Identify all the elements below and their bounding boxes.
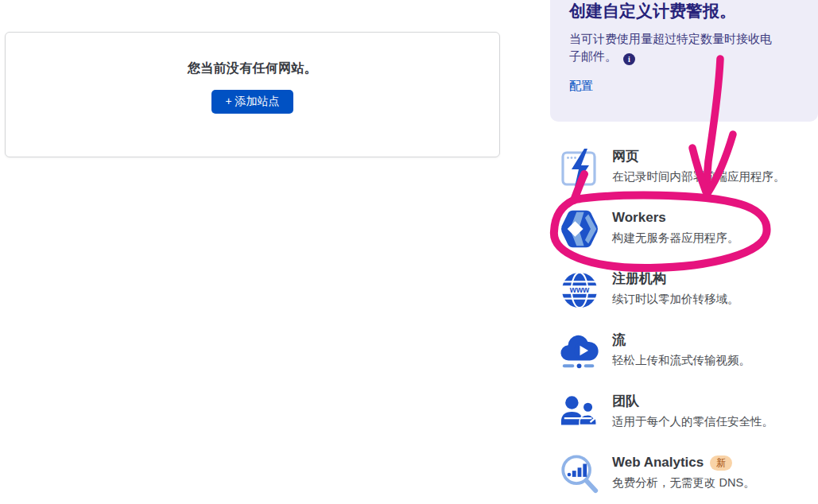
product-item-pages[interactable]: 网页 在记录时间内部署前端应用程序。 — [550, 146, 818, 189]
product-name: 流 — [612, 332, 750, 348]
product-desc: 轻松上传和流式传输视频。 — [612, 353, 750, 368]
product-list: 网页 在记录时间内部署前端应用程序。 Workers 构建无服务器应用程序。 — [550, 146, 818, 504]
product-name: Web Analytics 新 — [612, 455, 755, 471]
product-name: 团队 — [612, 394, 773, 409]
product-item-registrar[interactable]: www 注册机构 续订时以零加价转移域。 — [550, 269, 818, 312]
product-name: 注册机构 — [612, 271, 739, 287]
workers-icon — [558, 207, 601, 250]
product-name: Workers — [612, 210, 739, 226]
product-desc: 续订时以零加价转移域。 — [612, 292, 739, 307]
billing-alert-body: 当可计费使用量超过特定数量时接收电子邮件。i — [569, 30, 777, 65]
product-item-web-analytics[interactable]: Web Analytics 新 免费分析，无需更改 DNS。 — [550, 452, 818, 495]
teams-icon — [558, 391, 601, 434]
billing-alert-title: 创建自定义计费警报。 — [569, 1, 802, 21]
billing-alert-panel: 创建自定义计费警报。 当可计费使用量超过特定数量时接收电子邮件。i 配置 — [550, 0, 818, 122]
product-desc: 免费分析，无需更改 DNS。 — [612, 475, 755, 490]
configure-link[interactable]: 配置 — [569, 79, 593, 94]
registrar-icon: www — [558, 269, 601, 312]
product-item-workers[interactable]: Workers 构建无服务器应用程序。 — [550, 207, 818, 250]
info-icon[interactable]: i — [623, 53, 635, 65]
product-desc: 适用于每个人的零信任安全性。 — [612, 414, 773, 429]
product-name-label: Web Analytics — [612, 455, 704, 471]
new-badge: 新 — [710, 456, 732, 471]
sidebar: 创建自定义计费警报。 当可计费使用量超过特定数量时接收电子邮件。i 配置 — [550, 0, 818, 122]
empty-websites-card: 您当前没有任何网站。 + 添加站点 — [5, 32, 500, 157]
svg-text:www: www — [569, 285, 590, 294]
product-item-stream[interactable]: 流 轻松上传和流式传输视频。 — [550, 330, 818, 373]
product-name: 网页 — [612, 149, 785, 165]
empty-websites-title: 您当前没有任何网站。 — [188, 60, 317, 77]
product-desc: 在记录时间内部署前端应用程序。 — [612, 169, 785, 184]
pages-icon — [558, 146, 601, 189]
add-site-button[interactable]: + 添加站点 — [211, 90, 293, 114]
web-analytics-icon — [558, 452, 601, 495]
product-desc: 构建无服务器应用程序。 — [612, 231, 739, 246]
product-item-teams[interactable]: 团队 适用于每个人的零信任安全性。 — [550, 391, 818, 434]
stream-icon — [558, 330, 601, 373]
